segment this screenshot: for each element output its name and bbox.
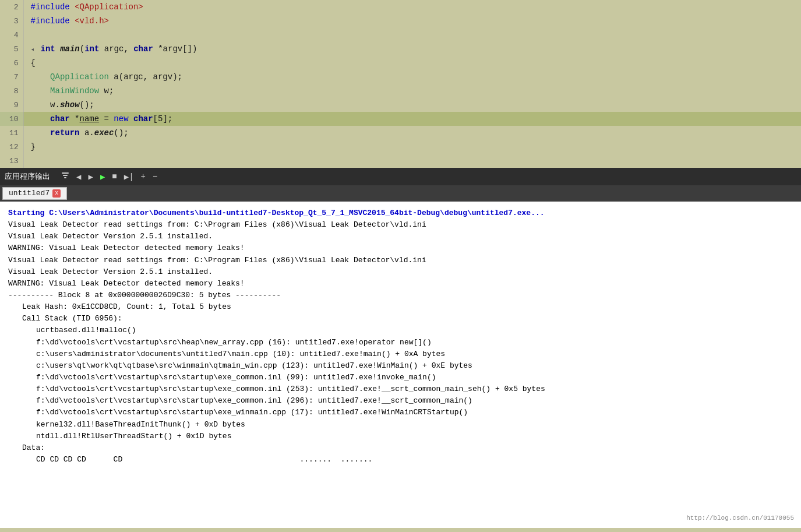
tab-untitled7[interactable]: untitled7 x	[2, 187, 67, 200]
code-row-12: 12 }	[0, 140, 801, 154]
output-line-10: ucrtbased.dll!malloc()	[8, 325, 793, 336]
line-number-9: 9	[0, 98, 23, 112]
code-row-3: 3 #include <vld.h>	[0, 14, 801, 28]
output-line-15: f:\dd\vctools\crt\vcstartup\src\startup\…	[8, 383, 793, 395]
output-line-7: ---------- Block 8 at 0x00000000026D9C30…	[8, 290, 793, 301]
line-number-10: 10	[0, 112, 23, 126]
stop-icon[interactable]: ■	[110, 171, 118, 182]
code-row-5: 5 ◂ int main(int argc, char *argv[])	[0, 42, 801, 56]
output-line-14: f:\dd\vctools\crt\vcstartup\src\startup\…	[8, 372, 793, 383]
line-number-3: 3	[0, 14, 23, 28]
toolbar-label: 应用程序输出	[5, 171, 50, 182]
add-icon[interactable]: +	[139, 171, 147, 182]
code-content-9: w.show();	[23, 98, 801, 112]
code-content-5: ◂ int main(int argc, char *argv[])	[23, 42, 801, 56]
app-toolbar: 应用程序输出 ◀ ▶ ▶ ■ ▶| + −	[0, 168, 801, 185]
code-content-8: MainWindow w;	[23, 84, 801, 98]
output-line-18: kernel32.dll!BaseThreadInitThunk() + 0xD…	[8, 419, 793, 431]
output-line-4: Visual Leak Detector read settings from:…	[8, 255, 793, 266]
code-row-6: 6 {	[0, 56, 801, 70]
output-area: Starting C:\Users\Administrator\Document…	[0, 202, 801, 528]
code-content-7: QApplication a(argc, argv);	[23, 70, 801, 84]
svg-rect-2	[64, 177, 66, 178]
minus-icon[interactable]: −	[151, 171, 159, 182]
tab-bar: untitled7 x	[0, 185, 801, 202]
step-over-icon[interactable]: ▶|	[122, 171, 136, 183]
code-content-3: #include <vld.h>	[23, 14, 801, 28]
code-row-9: 9 w.show();	[0, 98, 801, 112]
output-line-5: Visual Leak Detector Version 2.5.1 insta…	[8, 266, 793, 278]
code-row-4: 4	[0, 28, 801, 42]
code-table: 2 #include <QApplication> 3 #include <vl…	[0, 0, 801, 168]
code-row-10: 10 char *name = new char[5];	[0, 112, 801, 126]
code-row-8: 8 MainWindow w;	[0, 84, 801, 98]
code-content-10: char *name = new char[5];	[23, 112, 801, 126]
output-line-9: Call Stack (TID 6956):	[8, 313, 793, 325]
output-line-11: f:\dd\vctools\crt\vcstartup\src\heap\new…	[8, 337, 793, 348]
output-line-2: Visual Leak Detector Version 2.5.1 insta…	[8, 231, 793, 242]
output-line-8: Leak Hash: 0xE1CCD8CD, Count: 1, Total 5…	[8, 301, 793, 313]
filter-icon[interactable]	[59, 170, 71, 183]
code-row-11: 11 return a.exec();	[0, 126, 801, 140]
line-number-11: 11	[0, 126, 23, 140]
run-icon[interactable]: ▶	[98, 171, 107, 183]
prev-icon[interactable]: ◀	[75, 171, 83, 183]
output-line-17: f:\dd\vctools\crt\vcstartup\src\startup\…	[8, 407, 793, 418]
code-row-2: 2 #include <QApplication>	[0, 0, 801, 14]
output-line-12: c:\users\administrator\documents\untitle…	[8, 348, 793, 360]
code-row-7: 7 QApplication a(argc, argv);	[0, 70, 801, 84]
tab-close-button[interactable]: x	[52, 189, 61, 198]
svg-rect-1	[63, 175, 68, 176]
line-number-12: 12	[0, 140, 23, 154]
output-line-21: CD CD CD CD CD ....... .......	[8, 454, 793, 466]
output-line-16: f:\dd\vctools\crt\vcstartup\src\startup\…	[8, 395, 793, 407]
output-starting-line: Starting C:\Users\Administrator\Document…	[8, 207, 793, 219]
code-content-2: #include <QApplication>	[23, 0, 801, 14]
output-line-19: ntdll.dll!RtlUserThreadStart() + 0x1D by…	[8, 431, 793, 442]
code-content-13	[23, 154, 801, 168]
output-line-13: c:\users\qt\work\qt\qtbase\src\winmain\q…	[8, 360, 793, 372]
line-number-4: 4	[0, 28, 23, 42]
line-number-8: 8	[0, 84, 23, 98]
output-line-20: Data:	[8, 442, 793, 454]
line-number-2: 2	[0, 0, 23, 14]
code-content-11: return a.exec();	[23, 126, 801, 140]
svg-rect-0	[62, 172, 69, 174]
code-row-13: 13	[0, 154, 801, 168]
output-line-6: WARNING: Visual Leak Detector detected m…	[8, 278, 793, 290]
line-number-5: 5	[0, 42, 23, 56]
code-editor: 2 #include <QApplication> 3 #include <vl…	[0, 0, 801, 168]
line-number-13: 13	[0, 154, 23, 168]
footer-link: http://blog.csdn.cn/01170055	[686, 513, 794, 523]
code-content-4	[23, 28, 801, 42]
code-content-6: {	[23, 56, 801, 70]
tab-label: untitled7	[9, 189, 50, 198]
output-line-3: WARNING: Visual Leak Detector detected m…	[8, 242, 793, 254]
output-line-1: Visual Leak Detector read settings from:…	[8, 219, 793, 231]
line-number-6: 6	[0, 56, 23, 70]
code-content-12: }	[23, 140, 801, 154]
next-icon[interactable]: ▶	[86, 171, 94, 183]
line-number-7: 7	[0, 70, 23, 84]
